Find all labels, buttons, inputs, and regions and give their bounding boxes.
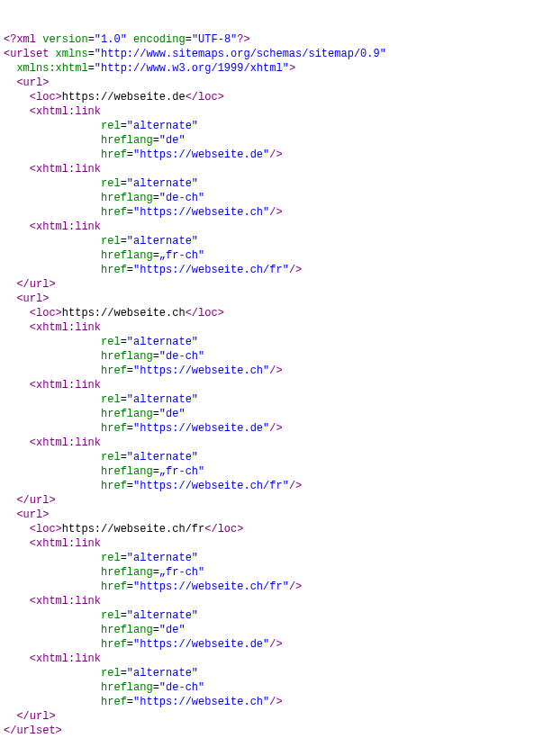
xml-code-block: <?xml version="1.0" encoding="UTF-8"?> <… (4, 32, 530, 738)
